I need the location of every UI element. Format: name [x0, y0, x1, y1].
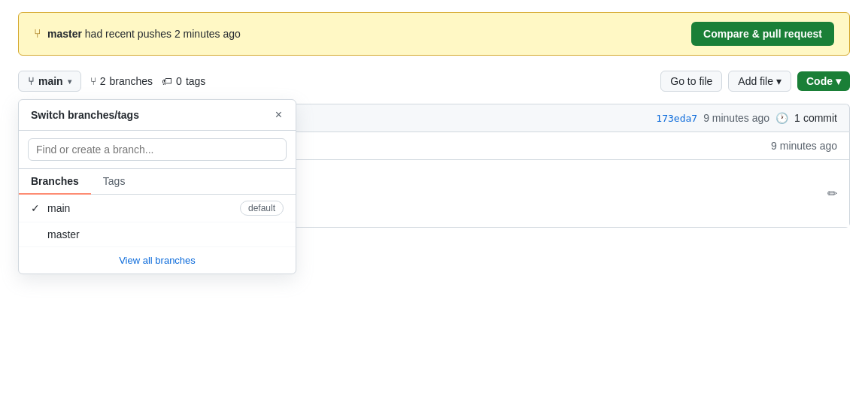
dropdown-tabs: Branches Tags: [19, 169, 296, 195]
clock-icon: 🕐: [775, 112, 788, 124]
default-badge: default: [240, 201, 284, 216]
dropdown-header: Switch branches/tags ×: [19, 100, 296, 131]
branches-count: 2: [100, 75, 106, 87]
add-file-label: Add file: [738, 75, 773, 87]
commit-hash[interactable]: 173eda7: [656, 113, 697, 124]
dropdown-title: Switch branches/tags: [31, 109, 139, 121]
toolbar-left: ⑂ main ▾ ⑂ 2 branches 🏷 0 tags: [18, 71, 205, 92]
branch-selector-chevron: ▾: [68, 77, 71, 86]
banner-message: had recent pushes 2 minutes ago: [82, 28, 241, 40]
branch-item-main[interactable]: ✓ main default: [19, 195, 296, 222]
tags-link[interactable]: 🏷 0 tags: [162, 75, 205, 87]
banner-text: master had recent pushes 2 minutes ago: [47, 28, 241, 40]
branch-item-master[interactable]: master: [19, 222, 296, 247]
branch-dropdown-panel: Switch branches/tags × Branches Tags ✓ m…: [18, 99, 296, 274]
add-file-button[interactable]: Add file ▾: [728, 71, 791, 92]
file-time: 9 minutes ago: [771, 140, 837, 152]
banner-branch-name: master: [47, 28, 82, 40]
commit-number: 1: [794, 112, 800, 124]
branch-selector-label: main: [38, 75, 63, 87]
branches-link[interactable]: ⑂ 2 branches: [90, 75, 153, 87]
tag-icon: 🏷: [162, 75, 172, 87]
search-container: [19, 131, 296, 169]
view-all-branches-link[interactable]: View all branches: [19, 247, 296, 274]
branch-selector-button[interactable]: ⑂ main ▾: [18, 71, 81, 92]
branch-search-input[interactable]: [28, 138, 287, 161]
toolbar-right: Go to file Add file ▾ Code ▾: [660, 71, 850, 92]
branch-list: ✓ main default master: [19, 195, 296, 247]
commit-time: 9 minutes ago: [703, 112, 769, 124]
branch-icon: ⑂: [34, 27, 41, 41]
code-button[interactable]: Code ▾: [797, 71, 850, 91]
page-container: ⑂ master had recent pushes 2 minutes ago…: [0, 0, 868, 393]
add-file-chevron: ▾: [776, 75, 782, 87]
branch-item-main-left: ✓ main: [31, 202, 70, 214]
branch-name-master: master: [47, 228, 80, 240]
banner-left: ⑂ master had recent pushes 2 minutes ago: [34, 27, 241, 41]
checkmark-icon: ✓: [31, 202, 41, 214]
push-banner: ⑂ master had recent pushes 2 minutes ago…: [18, 12, 850, 56]
branch-git-icon: ⑂: [90, 75, 96, 87]
branch-selector-icon: ⑂: [28, 75, 34, 87]
tags-label: tags: [186, 75, 205, 87]
dropdown-close-button[interactable]: ×: [274, 107, 284, 122]
code-chevron: ▾: [836, 75, 841, 87]
edit-icon[interactable]: ✏: [827, 186, 837, 201]
code-label: Code: [806, 75, 833, 87]
toolbar-row: ⑂ main ▾ ⑂ 2 branches 🏷 0 tags Go to fil…: [18, 71, 850, 92]
tags-count: 0: [176, 75, 182, 87]
tab-branches[interactable]: Branches: [19, 169, 91, 195]
compare-pull-request-button[interactable]: Compare & pull request: [691, 22, 834, 46]
branch-item-master-left: master: [31, 228, 80, 240]
tab-tags[interactable]: Tags: [91, 169, 138, 195]
branch-name-main: main: [47, 202, 70, 214]
commit-count: 1 commit: [794, 112, 837, 124]
branches-label: branches: [109, 75, 153, 87]
commit-label: commit: [803, 112, 837, 124]
goto-file-button[interactable]: Go to file: [660, 71, 722, 92]
